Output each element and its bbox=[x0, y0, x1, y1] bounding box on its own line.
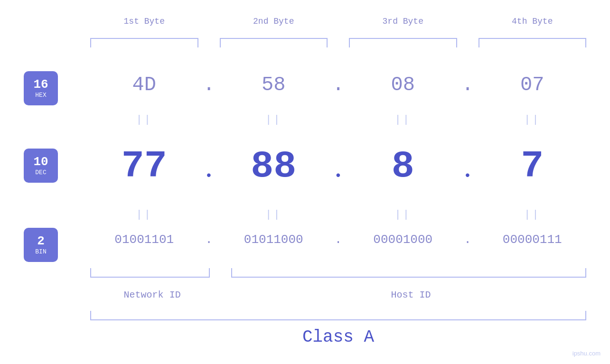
columns-area: 1st Byte 2nd Byte 3rd Byte 4th Byte 4D .… bbox=[90, 0, 586, 364]
equals-1: || bbox=[90, 114, 198, 126]
dec-value-1: 77 bbox=[90, 145, 198, 188]
equals-5: || bbox=[90, 209, 198, 221]
equals-6: || bbox=[220, 209, 328, 221]
bin-value-1: 01001101 bbox=[90, 233, 198, 247]
dec-value-2: 88 bbox=[220, 145, 328, 188]
byte-header-3: 3rd Byte bbox=[349, 17, 457, 26]
equals-7: || bbox=[349, 209, 457, 221]
bin-value-3: 00001000 bbox=[349, 233, 457, 247]
dec-dot-2: • bbox=[328, 149, 349, 183]
hex-value-1: 4D bbox=[90, 74, 198, 96]
hex-row: 4D . 58 . 08 . 07 bbox=[90, 74, 586, 96]
big-bottom-bracket bbox=[90, 311, 586, 320]
dec-base-label: DEC bbox=[35, 169, 46, 176]
network-id-label: Network ID bbox=[90, 289, 214, 300]
bin-base-number: 2 bbox=[37, 234, 45, 248]
bottom-brackets bbox=[90, 268, 586, 278]
bin-badge: 2 BIN bbox=[24, 228, 58, 262]
dec-dot-1: • bbox=[198, 149, 220, 183]
bin-value-2: 01011000 bbox=[220, 233, 328, 247]
hex-base-label: HEX bbox=[35, 92, 46, 99]
network-bracket bbox=[90, 268, 210, 278]
byte-header-2: 2nd Byte bbox=[220, 17, 328, 26]
dec-row: 77 • 88 • 8 • 7 bbox=[90, 145, 586, 188]
hex-value-4: 07 bbox=[479, 74, 587, 96]
hex-badge: 16 HEX bbox=[24, 71, 58, 105]
top-bracket-2 bbox=[220, 38, 328, 47]
dec-base-number: 10 bbox=[33, 155, 48, 169]
bin-dot-2: . bbox=[328, 233, 349, 247]
host-bracket bbox=[231, 268, 586, 278]
equals-8: || bbox=[479, 209, 587, 221]
watermark: ipshu.com bbox=[572, 350, 601, 357]
hex-base-number: 16 bbox=[33, 78, 48, 92]
bin-row: 01001101 . 01011000 . 00001000 . 0000011… bbox=[90, 233, 586, 247]
bin-dot-3: . bbox=[457, 233, 479, 247]
equals-4: || bbox=[479, 114, 587, 126]
dec-value-3: 8 bbox=[349, 145, 457, 188]
bin-value-4: 00000111 bbox=[479, 233, 587, 247]
top-bracket-4 bbox=[479, 38, 587, 47]
hex-dot-1: . bbox=[198, 74, 220, 96]
top-bracket-3 bbox=[349, 38, 457, 47]
dec-dot-3: • bbox=[457, 149, 479, 183]
hex-value-2: 58 bbox=[220, 74, 328, 96]
byte-headers: 1st Byte 2nd Byte 3rd Byte 4th Byte bbox=[90, 17, 586, 26]
class-label: Class A bbox=[90, 327, 586, 347]
top-bracket-1 bbox=[90, 38, 198, 47]
equals-hex-dec: || || || || bbox=[90, 114, 586, 126]
hex-dot-3: . bbox=[457, 74, 479, 96]
bin-base-label: BIN bbox=[35, 248, 46, 255]
equals-3: || bbox=[349, 114, 457, 126]
byte-header-1: 1st Byte bbox=[90, 17, 198, 26]
equals-2: || bbox=[220, 114, 328, 126]
dec-badge: 10 DEC bbox=[24, 149, 58, 183]
top-brackets bbox=[90, 38, 586, 47]
bin-dot-1: . bbox=[198, 233, 220, 247]
dec-value-4: 7 bbox=[479, 145, 587, 188]
host-id-label: Host ID bbox=[235, 289, 586, 300]
hex-value-3: 08 bbox=[349, 74, 457, 96]
equals-dec-bin: || || || || bbox=[90, 209, 586, 221]
hex-dot-2: . bbox=[328, 74, 349, 96]
byte-header-4: 4th Byte bbox=[479, 17, 587, 26]
